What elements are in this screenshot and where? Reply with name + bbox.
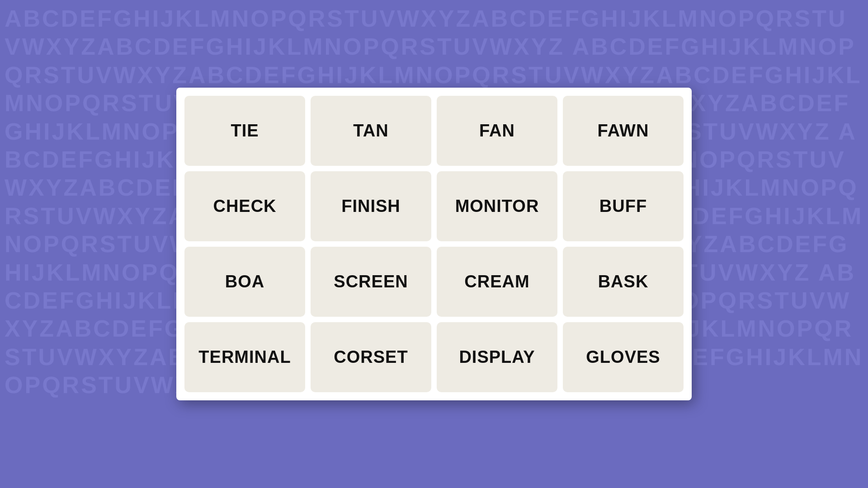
grid-cell-3-3[interactable]: GLOVES [563,322,684,392]
cell-label: FINISH [341,197,401,216]
grid-cell-2-2[interactable]: CREAM [437,247,557,317]
cell-label: SCREEN [334,272,408,291]
cell-label: FAWN [598,121,649,141]
cell-label: TIE [231,121,259,141]
grid-cell-0-2[interactable]: FAN [437,96,557,166]
card-container: TIETANFANFAWNCHECKFINISHMONITORBUFFBOASC… [176,88,692,400]
grid-cell-1-3[interactable]: BUFF [563,171,684,241]
grid-cell-0-3[interactable]: FAWN [563,96,684,166]
cell-label: MONITOR [455,197,539,216]
cell-label: TERMINAL [198,347,291,367]
grid-cell-2-3[interactable]: BASK [563,247,684,317]
word-grid: TIETANFANFAWNCHECKFINISHMONITORBUFFBOASC… [184,96,684,392]
cell-label: BASK [598,272,649,291]
cell-label: BOA [225,272,264,291]
cell-label: BUFF [599,197,647,216]
cell-label: GLOVES [586,347,660,367]
grid-cell-0-1[interactable]: TAN [311,96,431,166]
grid-cell-1-1[interactable]: FINISH [311,171,431,241]
grid-cell-2-0[interactable]: BOA [184,247,305,317]
grid-cell-3-0[interactable]: TERMINAL [184,322,305,392]
cell-label: CORSET [334,347,408,367]
cell-label: DISPLAY [459,347,535,367]
grid-cell-3-1[interactable]: CORSET [311,322,431,392]
grid-cell-3-2[interactable]: DISPLAY [437,322,557,392]
cell-label: CREAM [464,272,529,291]
cell-label: FAN [479,121,515,141]
grid-cell-1-0[interactable]: CHECK [184,171,305,241]
cell-label: TAN [353,121,388,141]
grid-cell-2-1[interactable]: SCREEN [311,247,431,317]
grid-cell-1-2[interactable]: MONITOR [437,171,557,241]
cell-label: CHECK [213,197,276,216]
grid-cell-0-0[interactable]: TIE [184,96,305,166]
